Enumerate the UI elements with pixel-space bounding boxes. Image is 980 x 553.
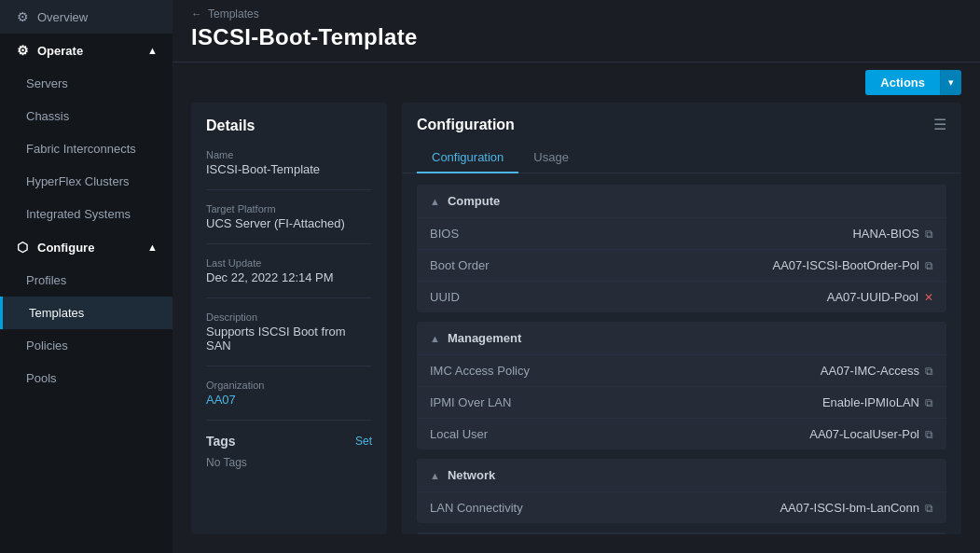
breadcrumb-arrow-icon: ←: [191, 7, 202, 21]
row-local-user-value: AA07-LocalUser-Pol ⧉: [809, 427, 933, 441]
table-row: UUID AA07-UUID-Pool ✕: [417, 281, 946, 312]
sidebar-item-hyperflex-clusters[interactable]: HyperFlex Clusters: [0, 165, 173, 198]
section-management-header[interactable]: ▲ Management: [417, 322, 946, 354]
config-content: ▲ Compute BIOS HANA-BIOS ⧉ Boot Order A: [402, 173, 961, 534]
sidebar-item-fabric-interconnects-label: Fabric Interconnects: [26, 142, 136, 156]
table-row: LAN Connectivity AA07-ISCSI-bm-LanConn ⧉: [417, 491, 946, 523]
row-local-user-label: Local User: [430, 427, 488, 441]
detail-organization-value[interactable]: AA07: [206, 393, 372, 407]
copy-lan-connectivity-icon[interactable]: ⧉: [925, 502, 933, 515]
section-management-title: Management: [448, 331, 521, 345]
page-title: ISCSI-Boot-Template: [191, 24, 961, 50]
details-panel: Details Name ISCSI-Boot-Template Target …: [191, 103, 387, 534]
table-row: IPMI Over LAN Enable-IPMIoLAN ⧉: [417, 386, 946, 418]
breadcrumb-parent-link[interactable]: Templates: [208, 7, 259, 21]
sidebar-item-pools-label: Pools: [26, 371, 57, 385]
detail-name-value: ISCSI-Boot-Template: [206, 162, 372, 176]
row-uuid-label: UUID: [430, 290, 460, 304]
sidebar-item-chassis-label: Chassis: [26, 109, 69, 123]
section-network: ▲ Network LAN Connectivity AA07-ISCSI-bm…: [417, 459, 946, 523]
sidebar-item-operate[interactable]: ⚙ Operate ▲: [0, 34, 173, 67]
detail-last-update-field: Last Update Dec 22, 2022 12:14 PM: [206, 257, 372, 284]
sidebar-item-configure[interactable]: ⬡ Configure ▲: [0, 230, 173, 264]
sidebar-item-servers[interactable]: Servers: [0, 67, 173, 100]
divider-3: [206, 297, 372, 298]
divider-1: [206, 189, 372, 190]
remove-uuid-icon[interactable]: ✕: [924, 291, 933, 304]
detail-target-platform-label: Target Platform: [206, 203, 372, 214]
table-row: IMC Access Policy AA07-IMC-Access ⧉: [417, 354, 946, 386]
sidebar-item-pools[interactable]: Pools: [0, 362, 173, 394]
actions-button[interactable]: Actions: [865, 70, 940, 95]
configure-icon: ⬡: [15, 240, 30, 255]
section-compute-title: Compute: [448, 194, 500, 208]
operate-icon: ⚙: [15, 43, 30, 58]
sidebar-item-chassis[interactable]: Chassis: [0, 100, 173, 132]
copy-imc-access-icon[interactable]: ⧉: [925, 365, 933, 378]
sidebar-item-overview[interactable]: ⚙ Overview: [0, 0, 173, 34]
no-tags-text: No Tags: [206, 456, 372, 469]
sidebar-item-profiles[interactable]: Profiles: [0, 264, 173, 297]
section-network-title: Network: [448, 468, 495, 482]
row-lan-connectivity-label: LAN Connectivity: [430, 501, 523, 515]
actions-bar: Actions ▾: [173, 62, 980, 103]
detail-last-update-value: Dec 22, 2022 12:14 PM: [206, 270, 372, 284]
row-bios-value: HANA-BIOS ⧉: [852, 227, 933, 241]
divider-5: [206, 420, 372, 421]
config-panel-title: Configuration: [417, 117, 515, 133]
config-expand-icon[interactable]: ☰: [933, 116, 946, 133]
main-area: ← Templates ISCSI-Boot-Template Actions …: [173, 0, 980, 553]
content-area: Details Name ISCSI-Boot-Template Target …: [173, 103, 980, 553]
tab-usage[interactable]: Usage: [518, 143, 584, 173]
sidebar-item-profiles-label: Profiles: [26, 273, 66, 287]
config-header: Configuration ☰: [402, 103, 961, 133]
top-header: ← Templates ISCSI-Boot-Template: [173, 0, 980, 62]
row-ipmi-lan-label: IPMI Over LAN: [430, 395, 511, 409]
detail-description-value: Supports ISCSI Boot from SAN: [206, 325, 372, 353]
section-storage-header[interactable]: ▲ Storage: [417, 532, 946, 534]
detail-last-update-label: Last Update: [206, 257, 372, 269]
copy-boot-order-icon[interactable]: ⧉: [925, 259, 933, 272]
management-chevron-icon: ▲: [430, 333, 440, 344]
row-boot-order-label: Boot Order: [430, 258, 490, 272]
sidebar-item-policies[interactable]: Policies: [0, 329, 173, 362]
sidebar-item-hyperflex-clusters-label: HyperFlex Clusters: [26, 174, 130, 188]
breadcrumb: ← Templates: [191, 7, 961, 21]
sidebar-item-servers-label: Servers: [26, 76, 68, 90]
sidebar-item-templates[interactable]: Templates: [0, 297, 173, 329]
section-compute-header[interactable]: ▲ Compute: [417, 185, 946, 217]
detail-description-field: Description Supports ISCSI Boot from SAN: [206, 311, 372, 353]
sidebar-item-configure-label: Configure: [37, 241, 94, 255]
sidebar-item-policies-label: Policies: [26, 339, 68, 353]
config-tabs: Configuration Usage: [402, 143, 961, 173]
sidebar-item-operate-label: Operate: [37, 44, 83, 58]
operate-chevron-icon: ▲: [147, 45, 158, 56]
tags-label: Tags: [206, 434, 236, 449]
row-lan-connectivity-value: AA07-ISCSI-bm-LanConn ⧉: [780, 501, 933, 515]
table-row: BIOS HANA-BIOS ⧉: [417, 217, 946, 249]
row-boot-order-value: AA07-ISCSI-BootOrder-Pol ⧉: [772, 258, 933, 272]
detail-name-label: Name: [206, 149, 372, 160]
row-imc-access-value: AA07-IMC-Access ⧉: [821, 364, 933, 378]
section-management: ▲ Management IMC Access Policy AA07-IMC-…: [417, 322, 946, 449]
sidebar-item-fabric-interconnects[interactable]: Fabric Interconnects: [0, 132, 173, 165]
copy-local-user-icon[interactable]: ⧉: [925, 428, 933, 441]
detail-organization-field: Organization AA07: [206, 380, 372, 407]
table-row: Local User AA07-LocalUser-Pol ⧉: [417, 418, 946, 449]
row-imc-access-label: IMC Access Policy: [430, 364, 530, 378]
detail-target-platform-field: Target Platform UCS Server (FI-Attached): [206, 203, 372, 230]
detail-description-label: Description: [206, 311, 372, 323]
tab-configuration[interactable]: Configuration: [417, 143, 518, 173]
sidebar-item-integrated-systems-label: Integrated Systems: [26, 207, 131, 221]
copy-ipmi-lan-icon[interactable]: ⧉: [925, 396, 933, 409]
tags-set-button[interactable]: Set: [355, 435, 372, 448]
copy-bios-icon[interactable]: ⧉: [925, 228, 933, 241]
details-title: Details: [206, 118, 372, 134]
section-storage: ▲ Storage: [417, 532, 946, 534]
divider-4: [206, 366, 372, 366]
overview-icon: ⚙: [15, 9, 30, 24]
section-network-header[interactable]: ▲ Network: [417, 459, 946, 491]
configure-chevron-icon: ▲: [147, 242, 158, 253]
actions-dropdown-button[interactable]: ▾: [940, 70, 961, 95]
sidebar-item-integrated-systems[interactable]: Integrated Systems: [0, 198, 173, 230]
